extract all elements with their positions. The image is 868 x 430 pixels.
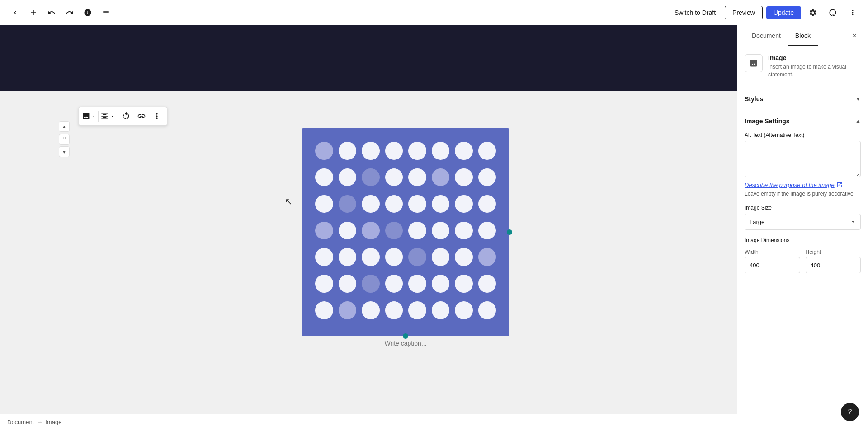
settings-button[interactable] — [805, 5, 821, 21]
divider-1 — [745, 88, 861, 88]
dot — [362, 275, 380, 293]
image-settings-header[interactable]: Image Settings ▲ — [745, 117, 861, 125]
dot — [315, 275, 333, 293]
alt-text-label: Alt Text (Alternative Text) — [745, 132, 861, 138]
dot — [339, 275, 357, 293]
breadcrumb-document[interactable]: Document — [7, 419, 34, 425]
dot — [455, 168, 473, 187]
dot — [339, 168, 357, 187]
styles-chevron-icon: ▼ — [855, 96, 861, 102]
plugins-button[interactable] — [825, 5, 841, 21]
dots-grid — [302, 128, 509, 336]
dot — [432, 275, 450, 293]
redo-button[interactable] — [61, 5, 78, 21]
dot — [315, 248, 333, 266]
dot — [478, 142, 496, 160]
image-size-label: Image Size — [745, 205, 861, 211]
dot — [339, 222, 357, 240]
block-description: Insert an image to make a visual stateme… — [768, 63, 861, 79]
panel-content: Image Insert an image to make a visual s… — [737, 47, 868, 430]
image-size-group: Image Size Thumbnail Medium Large Full S… — [745, 205, 861, 230]
dot — [315, 142, 333, 160]
dot — [478, 195, 496, 213]
back-button[interactable] — [7, 5, 24, 21]
help-button[interactable]: ? — [841, 403, 859, 421]
list-view-button[interactable] — [98, 5, 114, 21]
width-field: Width — [745, 249, 800, 273]
alt-text-input[interactable] — [745, 141, 861, 177]
switch-to-draft-button[interactable]: Switch to Draft — [669, 6, 721, 19]
dot — [385, 248, 403, 266]
editor-area: ▲ ⠿ ▼ ↖ Spacer Docum — [0, 25, 737, 430]
dot — [478, 222, 496, 240]
breadcrumb: Document → Image — [0, 414, 737, 430]
dot — [455, 301, 473, 319]
dot — [339, 142, 357, 160]
styles-section-header[interactable]: Styles ▼ — [745, 95, 861, 103]
move-up-button[interactable]: ▲ — [59, 121, 70, 132]
replace-button[interactable] — [119, 109, 133, 123]
image-size-select[interactable]: Thumbnail Medium Large Full Size — [745, 214, 861, 230]
change-image-button[interactable] — [82, 109, 96, 123]
dots-image — [302, 128, 509, 336]
panel-tab-group: Document Block — [745, 27, 818, 45]
top-bar: Switch to Draft Preview Update — [0, 0, 868, 25]
more-block-options-button[interactable] — [150, 109, 164, 123]
caption-input[interactable] — [302, 340, 509, 347]
image-dimensions-group: Image Dimensions Width Height — [745, 237, 861, 273]
dot — [362, 248, 380, 266]
dot — [315, 222, 333, 240]
side-controls: ▲ ⠿ ▼ — [59, 121, 70, 157]
dot — [362, 222, 380, 240]
dot — [385, 195, 403, 213]
panel-tabs: Document Block × — [737, 25, 868, 47]
breadcrumb-separator: → — [37, 419, 42, 425]
block-icon-box — [745, 54, 763, 72]
add-block-button[interactable] — [25, 5, 42, 21]
align-button[interactable] — [100, 109, 115, 123]
tab-document[interactable]: Document — [745, 27, 788, 46]
info-button[interactable] — [80, 5, 96, 21]
move-down-button[interactable]: ▼ — [59, 146, 70, 157]
tab-block[interactable]: Block — [788, 27, 818, 46]
right-panel: Document Block × Image Insert an image t… — [737, 25, 868, 430]
dot — [315, 168, 333, 187]
panel-close-button[interactable]: × — [848, 30, 861, 42]
height-input[interactable] — [806, 257, 861, 273]
block-title: Image — [768, 54, 861, 61]
dot — [315, 301, 333, 319]
dot — [362, 142, 380, 160]
more-options-button[interactable] — [844, 5, 861, 21]
dot — [432, 142, 450, 160]
dot — [362, 301, 380, 319]
resize-handle-right[interactable] — [507, 229, 512, 235]
breadcrumb-image[interactable]: Image — [45, 419, 61, 425]
preview-button[interactable]: Preview — [725, 6, 763, 19]
dot — [385, 142, 403, 160]
describe-purpose-link[interactable]: Describe the purpose of the image — [745, 182, 861, 188]
dot — [455, 222, 473, 240]
undo-button[interactable] — [43, 5, 60, 21]
dot — [478, 275, 496, 293]
link-button[interactable] — [134, 109, 149, 123]
dot — [362, 168, 380, 187]
width-input[interactable] — [745, 257, 800, 273]
dot — [432, 248, 450, 266]
dot — [362, 195, 380, 213]
dot — [339, 248, 357, 266]
dot — [455, 142, 473, 160]
block-info: Image Insert an image to make a visual s… — [745, 54, 861, 79]
dot — [455, 248, 473, 266]
dot — [432, 301, 450, 319]
dot — [478, 301, 496, 319]
resize-handle-bottom[interactable] — [403, 333, 408, 339]
image-settings-chevron-icon: ▲ — [855, 118, 861, 124]
top-bar-left — [7, 5, 114, 21]
top-bar-right: Switch to Draft Preview Update — [669, 5, 861, 21]
image-container[interactable] — [302, 128, 509, 336]
update-button[interactable]: Update — [766, 6, 801, 19]
dot — [478, 168, 496, 187]
drag-handle-button[interactable]: ⠿ — [59, 134, 70, 145]
dot — [478, 248, 496, 266]
dimensions-row: Width Height — [745, 249, 861, 273]
